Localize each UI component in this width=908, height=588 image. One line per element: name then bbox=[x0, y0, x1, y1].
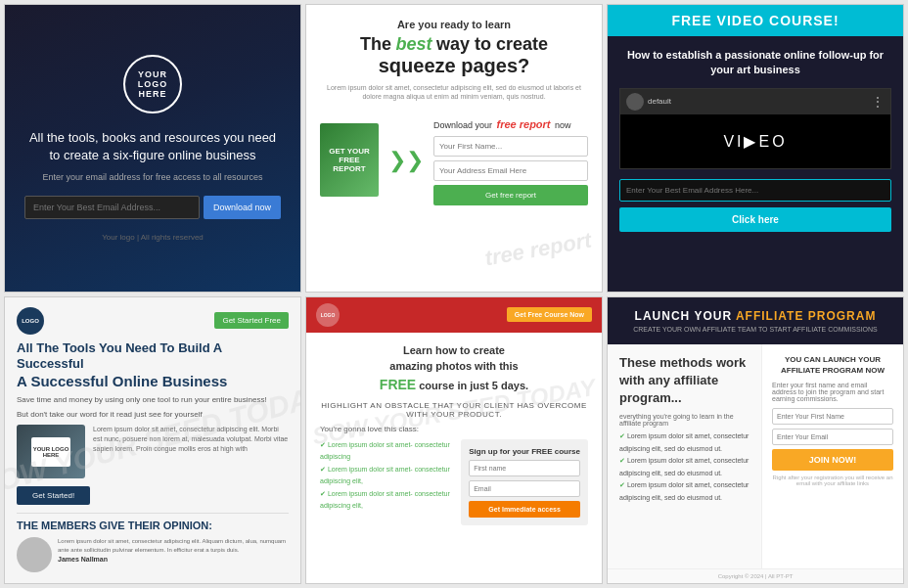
testimonial-name: James Nallman bbox=[58, 556, 289, 563]
card5-checklist: ✔ Lorem ipsum dolor sit amet- consectetu… bbox=[320, 439, 453, 525]
device-logo: YOUR LOGO HERE bbox=[31, 437, 70, 467]
card6-headline: These methods work with any affiliate pr… bbox=[619, 354, 749, 408]
card4-subtext1: Save time and money by using only one to… bbox=[17, 395, 289, 404]
card6-footer: Copyright © 2024 | All PT-PT bbox=[608, 568, 903, 583]
card3-headline: How to establish a passionate online fol… bbox=[619, 48, 891, 78]
card4-testimonial: Lorem ipsum dolor sit amet, consectetur … bbox=[17, 537, 289, 572]
card-photos-course: LOGO Get Free Course Now Learn how to cr… bbox=[305, 296, 603, 585]
card6-join-button[interactable]: JOIN NOW! bbox=[772, 449, 893, 471]
video-player: default ⋮ VI▶EO bbox=[619, 88, 891, 169]
card6-box-title: YOU CAN LAUNCH YOUR AFFILIATE PROGRAM NO… bbox=[772, 354, 893, 376]
card5-signup-box: Sign up for your FREE course Get Immedia… bbox=[461, 439, 588, 525]
card6-right-col: YOU CAN LAUNCH YOUR AFFILIATE PROGRAM NO… bbox=[761, 344, 903, 569]
card-affiliate-program: LAUNCH YOUR AFFILIATE PROGRAM CREATE YOU… bbox=[607, 296, 904, 585]
card2-body: Lorem ipsum dolor sit amet, consectetur … bbox=[320, 83, 588, 101]
card1-input-row: Download now bbox=[24, 196, 281, 219]
card3-header: FREE VIDEO COURSE! bbox=[608, 5, 903, 36]
avatar-small bbox=[626, 93, 644, 111]
card4-members-title: THE MEMBERS GIVE THEIR OPINION: bbox=[17, 513, 289, 531]
card6-header-title: LAUNCH YOUR AFFILIATE PROGRAM bbox=[619, 309, 891, 323]
card5-email-input[interactable] bbox=[469, 480, 580, 497]
card6-email-input[interactable] bbox=[772, 429, 893, 445]
card-squeeze-page: Are you ready to learn The best way to c… bbox=[305, 4, 603, 293]
card4-headline1: All The Tools You Need To Build A Succes… bbox=[17, 340, 289, 374]
channel-name: default bbox=[648, 97, 671, 106]
card5-love: You're gonna love this class: bbox=[320, 425, 588, 433]
card5-firstname-input[interactable] bbox=[469, 460, 580, 476]
card4-top-row: LOGO Get Started Free bbox=[17, 307, 289, 335]
card-free-video: FREE VIDEO COURSE! How to establish a pa… bbox=[607, 4, 904, 293]
card3-click-button[interactable]: Click here bbox=[619, 207, 891, 232]
card2-subheadline: squeeze pages? bbox=[379, 55, 530, 77]
card6-box-sub: Enter your first name and email address … bbox=[772, 382, 893, 402]
card3-email-input[interactable] bbox=[619, 179, 891, 202]
card5-logo: LOGO bbox=[316, 303, 340, 327]
card5-free-course-button[interactable]: Get Free Course Now bbox=[507, 307, 592, 322]
card2-watermark: tree report bbox=[483, 227, 594, 271]
card4-logo: LOGO bbox=[17, 307, 44, 335]
card4-get-started-button[interactable]: Get Started Free bbox=[214, 312, 289, 329]
card6-fine-print: Right after your registration you will r… bbox=[772, 475, 893, 486]
card-online-business: LOGO Get Started Free All The Tools You … bbox=[4, 296, 301, 585]
card2-pre-headline: Are you ready to learn bbox=[397, 19, 511, 30]
card4-content-row: YOUR LOGO HERE Lorem ipsum dolor sit ame… bbox=[17, 425, 289, 478]
card1-email-input[interactable] bbox=[24, 196, 200, 219]
card5-signup-title: Sign up for your FREE course bbox=[469, 447, 580, 456]
card5-body: Learn how to create amazing photos with … bbox=[306, 333, 602, 584]
download-text: Download your free report now bbox=[433, 114, 588, 132]
book-image: GET YOUR FREE REPORT bbox=[320, 123, 379, 197]
card5-highlight: HIGHLIGHT AN OBSTACLE THAT YOUR CLIENT H… bbox=[320, 401, 588, 419]
card6-header-sub: CREATE YOUR OWN AFFILIATE TEAM TO START … bbox=[619, 326, 891, 333]
card2-main-headline: The best way to create bbox=[360, 34, 548, 55]
card4-right-text: Lorem ipsum dolor sit amet, consectetur … bbox=[93, 425, 289, 478]
card5-headline: Learn how to create amazing photos with … bbox=[320, 342, 588, 395]
card5-top-bar: LOGO Get Free Course Now bbox=[306, 297, 602, 333]
card6-firstname-input[interactable] bbox=[772, 408, 893, 425]
card1-subtext: Enter your email address for free access… bbox=[42, 172, 262, 182]
main-grid: YOUR LOGO HERE All the tools, books and … bbox=[0, 0, 908, 588]
card2-content-row: GET YOUR FREE REPORT ❯❯ Download your fr… bbox=[320, 114, 588, 205]
card6-bottom-section: These methods work with any affiliate pr… bbox=[608, 344, 903, 569]
logo-circle: YOUR LOGO HERE bbox=[123, 55, 182, 113]
card6-top-section: LAUNCH YOUR AFFILIATE PROGRAM CREATE YOU… bbox=[608, 297, 903, 344]
card4-headline2: A Successful Online Business bbox=[17, 373, 289, 389]
card2-email-input[interactable] bbox=[433, 160, 588, 181]
card2-firstname-input[interactable] bbox=[433, 136, 588, 157]
device-image: YOUR LOGO HERE bbox=[17, 425, 85, 478]
card3-body: How to establish a passionate online fol… bbox=[608, 36, 903, 292]
card4-subtext2: But don't take our word for it read just… bbox=[17, 410, 289, 419]
card1-footer: Your logo | All rights reserved bbox=[102, 233, 204, 242]
card4-start-button[interactable]: Get Started! bbox=[17, 486, 90, 505]
card6-left-col: These methods work with any affiliate pr… bbox=[608, 344, 761, 569]
card6-checklist: ✔ Lorem ipsum dolor sit amet, consectetu… bbox=[619, 430, 749, 505]
card5-access-button[interactable]: Get Immediate access bbox=[469, 501, 580, 518]
video-area: VI▶EO bbox=[620, 114, 890, 168]
arrows-icon: ❯❯ bbox=[388, 148, 424, 173]
card-tools-resources: YOUR LOGO HERE All the tools, books and … bbox=[4, 4, 301, 293]
testimonial-text: Lorem ipsum dolor sit amet, consectetur … bbox=[58, 537, 289, 554]
video-topbar: default ⋮ bbox=[620, 89, 890, 114]
card1-headline: All the tools, books and resources you n… bbox=[24, 129, 281, 164]
card6-body1: everything you're going to learn in the … bbox=[619, 413, 749, 427]
card5-two-col: ✔ Lorem ipsum dolor sit amet- consectetu… bbox=[320, 439, 588, 525]
testimonial-avatar bbox=[17, 537, 52, 572]
card2-form: Download your free report now Get free r… bbox=[433, 114, 588, 205]
card1-download-button[interactable]: Download now bbox=[204, 196, 281, 219]
card2-submit-button[interactable]: Get free report bbox=[433, 185, 588, 205]
more-options-icon[interactable]: ⋮ bbox=[871, 94, 885, 110]
